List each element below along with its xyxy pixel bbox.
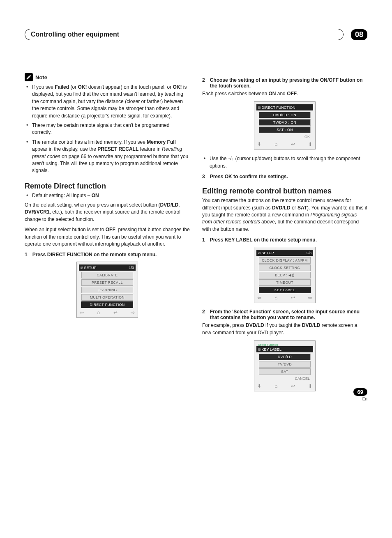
remote-icon: ⎚: [258, 251, 261, 255]
arrow-left-icon[interactable]: ⇦: [257, 295, 261, 301]
step-2: 2 From the 'Select Function' screen, sel…: [202, 309, 367, 320]
remote-icon: ⎚: [258, 105, 261, 110]
section-title: Controlling other equipment: [25, 29, 344, 40]
body-text: For example, press DVD/LD if you taught …: [202, 322, 367, 336]
remote-icon: ⎚: [81, 265, 83, 270]
remote-screen-key-label: Select Function ⎚ KEY LABEL DVD/LD TV/DV…: [254, 340, 316, 391]
back-icon[interactable]: ↩: [291, 295, 295, 301]
remote-icon: ⎚: [258, 347, 261, 352]
page-number: 69: [353, 388, 367, 396]
back-icon[interactable]: ↩: [113, 310, 118, 315]
arrow-right-icon[interactable]: ⇨: [308, 295, 312, 301]
remote-button[interactable]: BEEP : ◀)): [259, 272, 311, 278]
home-icon[interactable]: ⌂: [274, 295, 277, 301]
arrow-down-icon[interactable]: ⬇: [257, 383, 261, 389]
remote-nav: ⇦ ⌂ ↩ ⇨: [79, 310, 136, 315]
remote-button[interactable]: CLOCK SETTING: [259, 264, 311, 271]
remote-button[interactable]: DVD/LD: [259, 354, 311, 360]
remote-button[interactable]: MULTI OPERATION: [81, 294, 133, 301]
step-2: 2 Choose the setting of an input by pres…: [202, 77, 367, 89]
cancel-button[interactable]: CANCEL: [256, 376, 313, 382]
remote-screen-setup-1: ⎚ SETUP 1/3 CALIBRATE PRESET RECALL LEAR…: [76, 262, 138, 318]
note-label: Note: [35, 74, 47, 80]
note-header: Note: [25, 73, 190, 81]
pencil-icon: [25, 73, 33, 81]
left-column: Note If you see Failed (or OK! doesn't a…: [25, 73, 190, 397]
remote-title-row: ⎚ DIRECT FUNCTION: [256, 104, 313, 110]
remote-screen-direct-function: ⎚ DIRECT FUNCTION DVD/LD : ON TV/DVD : O…: [254, 101, 316, 149]
arrow-right-icon[interactable]: ⇨: [131, 310, 135, 315]
remote-button[interactable]: LEARNING: [81, 287, 133, 293]
home-icon[interactable]: ⌂: [97, 310, 100, 315]
remote-button[interactable]: TV/DVD: [259, 361, 311, 368]
back-icon[interactable]: ↩: [291, 383, 295, 389]
remote-button-highlighted[interactable]: KEY LABEL: [259, 287, 311, 293]
remote-nav: ⇦ ⌂ ↩ ⇨: [256, 295, 313, 301]
remote-title-row: ⎚ KEY LABEL: [256, 346, 313, 352]
body-text: Each press switches between ON and OFF.: [202, 90, 367, 97]
note-item: If you see Failed (or OK! doesn't appear…: [25, 84, 190, 120]
remote-nav: ⬇ ⌂ ↩ ⬆: [256, 383, 313, 389]
remote-button[interactable]: CLOCK DISPLAY : AM/PM: [259, 257, 311, 264]
page-header: Controlling other equipment 08: [25, 29, 367, 40]
body-text: When an input select button is set to OF…: [25, 226, 190, 248]
remote-subtitle: Select Function: [256, 343, 313, 346]
remote-button[interactable]: CALIBRATE: [81, 272, 133, 278]
note-item: There may be certain remote signals that…: [25, 122, 190, 136]
remote-button[interactable]: TIMEOUT: [259, 279, 311, 286]
section-heading-remote-direct: Remote Direct function: [25, 182, 190, 191]
remote-button[interactable]: DVD/LD : ON: [259, 112, 311, 118]
remote-button[interactable]: PRESET RECALL: [81, 279, 133, 286]
note-list: If you see Failed (or OK! doesn't appear…: [25, 84, 190, 175]
arrow-up-icon[interactable]: ⬆: [308, 383, 312, 389]
home-icon[interactable]: ⌂: [274, 141, 277, 147]
step-1: 1 Press DIRECT FUNCTION on the remote se…: [25, 252, 190, 258]
remote-button[interactable]: SAT: [259, 368, 311, 375]
back-icon[interactable]: ↩: [291, 141, 295, 147]
remote-title-row: ⎚ SETUP 2/3: [256, 250, 313, 256]
page-footer: 69 En: [353, 388, 367, 401]
section-heading-editing-names: Editing remote control button names: [202, 187, 367, 195]
arrow-up-icon[interactable]: ⬆: [308, 141, 312, 147]
right-column: 2 Choose the setting of an input by pres…: [202, 73, 367, 397]
chapter-badge: 08: [351, 29, 367, 40]
home-icon[interactable]: ⌂: [274, 383, 277, 389]
cursor-note: Use the ↑/↓ (cursor up/down) buttons to …: [202, 155, 367, 170]
remote-button[interactable]: TV/DVD : ON: [259, 119, 311, 126]
body-text: You can rename the buttons on the remote…: [202, 197, 367, 233]
remote-button[interactable]: SAT : ON: [259, 126, 311, 133]
step-1: 1 Press KEY LABEL on the remote setup me…: [202, 237, 367, 243]
remote-nav: ⬇ ⌂ ↩ ⬆: [256, 141, 313, 147]
remote-button-highlighted[interactable]: DIRECT FUNCTION: [81, 301, 133, 308]
note-item: The remote control has a limited memory.…: [25, 139, 190, 175]
default-setting: Default setting: All inputs – ON: [25, 192, 190, 199]
remote-title-row: ⎚ SETUP 1/3: [79, 264, 136, 271]
body-text: On the default setting, when you press a…: [25, 202, 190, 223]
remote-screen-setup-2: ⎚ SETUP 2/3 CLOCK DISPLAY : AM/PM CLOCK …: [254, 247, 316, 303]
arrow-down-icon[interactable]: ⬇: [257, 141, 261, 147]
arrow-left-icon[interactable]: ⇦: [80, 310, 84, 315]
ok-button[interactable]: OK: [256, 134, 313, 140]
language-label: En: [353, 397, 367, 401]
step-3: 3 Press OK to confirm the settings.: [202, 174, 367, 179]
